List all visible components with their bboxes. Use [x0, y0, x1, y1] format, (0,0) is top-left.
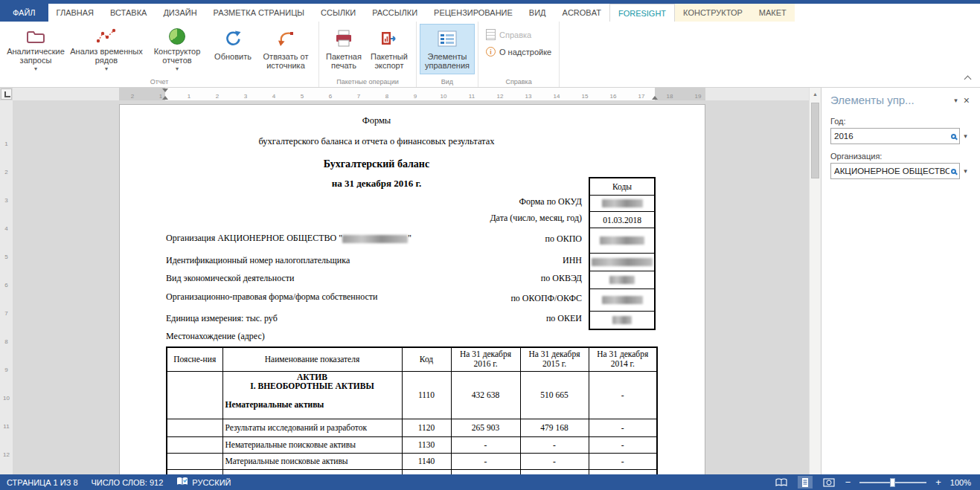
status-bar: СТРАНИЦА 1 ИЗ 8 ЧИСЛО СЛОВ: 912 РУССКИЙ …	[0, 474, 980, 490]
redacted-value	[612, 316, 632, 324]
table-row: Материальные поисковые активы 1140 - - -	[167, 453, 657, 469]
code-cell: 1140	[402, 453, 451, 469]
okpo-value-cell	[590, 228, 654, 253]
group-label-batch: Пакетные операции	[319, 78, 416, 86]
value-2016-cell: 136 015	[451, 469, 520, 474]
read-mode-button[interactable]	[774, 476, 789, 489]
report-builder-button[interactable]: Конструктор отчетов ▾	[144, 24, 210, 74]
right-indent-marker[interactable]	[652, 96, 658, 100]
zoom-slider-thumb[interactable]	[890, 478, 895, 487]
time-series-button[interactable]: Анализ временных рядов ▾	[68, 24, 144, 74]
explanations-cell	[167, 371, 222, 419]
vertical-ruler: 12345678910111213	[0, 100, 13, 474]
web-layout-button[interactable]	[822, 476, 836, 489]
document-page[interactable]: Формы бухгалтерского баланса и отчета о …	[119, 104, 705, 474]
okei-label: по ОКЕИ	[344, 313, 582, 324]
chevron-down-icon[interactable]: ▾	[960, 167, 971, 175]
organization-combobox[interactable]: АКЦИОНЕРНОЕ ОБЩЕСТВО ▾	[830, 163, 971, 179]
tab-foresight[interactable]: FORESIGHT	[609, 4, 675, 22]
document-workspace: 2112345678910111213141516171819 12345678…	[0, 88, 980, 474]
year-input[interactable]: 2016	[830, 128, 960, 144]
h-ruler-numbers: 2112345678910111213141516171819	[118, 88, 712, 100]
first-line-indent-marker[interactable]	[162, 88, 168, 92]
search-icon	[951, 134, 956, 139]
organization-input[interactable]: АКЦИОНЕРНОЕ ОБЩЕСТВО	[830, 163, 960, 179]
tab-mailings[interactable]: РАССЫЛКИ	[364, 4, 426, 22]
inn-value-cell	[590, 253, 654, 271]
value-2015-cell: 135 800	[520, 469, 589, 474]
report-builder-icon	[169, 28, 185, 45]
ribbon: Аналитические запросы ▾ Анализ временных…	[0, 22, 980, 88]
indicator-cell: Основные средства	[222, 469, 402, 474]
value-2015-cell: 510 665	[520, 371, 589, 419]
tab-insert[interactable]: ВСТАВКА	[102, 4, 155, 22]
scrollbar-thumb[interactable]	[811, 103, 819, 178]
pane-menu-arrow-icon[interactable]: ▾	[949, 97, 962, 104]
time-series-icon	[97, 28, 116, 45]
okei-value-cell	[590, 311, 654, 329]
balance-table: Поясне-ния Наименование показателя Код Н…	[166, 346, 658, 474]
okopf-value-cell	[590, 288, 654, 311]
okud-label: Форма по ОКУД	[344, 196, 582, 207]
about-button[interactable]: i О надстройке	[481, 44, 556, 59]
zoom-in-button[interactable]: +	[935, 477, 941, 487]
word-count[interactable]: ЧИСЛО СЛОВ: 912	[85, 478, 170, 487]
unlink-source-button[interactable]: Отвязать от источника	[256, 24, 316, 74]
collapse-ribbon-button[interactable]	[961, 72, 974, 83]
language-indicator[interactable]: РУССКИЙ	[170, 477, 237, 488]
tab-references[interactable]: ССЫЛКИ	[313, 4, 364, 22]
tab-design[interactable]: ДИЗАЙН	[155, 4, 205, 22]
page-indicator[interactable]: СТРАНИЦА 1 ИЗ 8	[0, 478, 85, 487]
date-label: Дата (число, месяц, год)	[344, 213, 582, 224]
year-combobox[interactable]: 2016 ▾	[830, 128, 971, 144]
doc-heading-2: бухгалтерского баланса и отчета о финанс…	[120, 136, 633, 147]
header-2014: На 31 декабря 2014 г.	[589, 347, 657, 371]
help-button[interactable]: Справка	[481, 27, 556, 42]
header-2016: На 31 декабря 2016 г.	[451, 347, 520, 371]
scroll-up-icon[interactable]: ▲	[810, 88, 821, 100]
tab-page-layout[interactable]: РАЗМЕТКА СТРАНИЦЫ	[205, 4, 313, 22]
left-indent-marker[interactable]	[162, 96, 168, 100]
dropdown-arrow-icon: ▾	[34, 65, 37, 74]
redacted-value	[592, 258, 653, 266]
batch-export-button[interactable]: Пакетный экспорт	[365, 24, 413, 74]
tab-stop-selector[interactable]	[1, 88, 12, 100]
tab-view[interactable]: ВИД	[521, 4, 554, 22]
value-2014-cell: -	[589, 371, 657, 419]
v-ruler-numbers: 12345678910111213	[0, 130, 13, 474]
pane-close-icon[interactable]: ×	[962, 94, 971, 106]
vertical-scrollbar[interactable]: ▲	[809, 88, 821, 474]
unlink-source-icon	[277, 28, 295, 50]
year-field: Год: 2016 ▾	[830, 117, 971, 144]
activity-line: Вид экономической деятельности	[166, 273, 294, 284]
okved-label: по ОКВЭД	[344, 273, 582, 284]
redacted-value	[602, 296, 643, 304]
controls-button[interactable]: Элементы управления	[420, 24, 475, 74]
tab-table-design[interactable]: КОНСТРУКТОР	[675, 4, 751, 22]
proofing-book-icon	[176, 477, 188, 488]
zoom-out-button[interactable]: −	[845, 477, 851, 487]
batch-export-icon	[380, 28, 398, 50]
value-2015-cell: 479 168	[520, 419, 589, 436]
chevron-down-icon[interactable]: ▾	[960, 132, 971, 140]
zoom-level[interactable]: 100%	[950, 478, 971, 487]
tab-file[interactable]: ФАЙЛ	[0, 4, 48, 22]
refresh-button[interactable]: Обновить	[210, 24, 256, 74]
tab-table-layout[interactable]: МАКЕТ	[751, 4, 795, 22]
ribbon-tab-bar: ФАЙЛ ГЛАВНАЯ ВСТАВКА ДИЗАЙН РАЗМЕТКА СТР…	[0, 4, 980, 22]
tab-home[interactable]: ГЛАВНАЯ	[48, 4, 102, 22]
table-row: Основные средства 1150 136 015 135 800 -	[167, 469, 657, 474]
batch-print-button[interactable]: Пакетная печать	[322, 24, 365, 74]
dropdown-arrow-icon: ▾	[176, 65, 179, 74]
analytic-queries-button[interactable]: Аналитические запросы ▾	[3, 24, 68, 74]
table-row: АКТИВ I. ВНЕОБОРОТНЫЕ АКТИВЫ Нематериаль…	[167, 371, 657, 419]
header-2015: На 31 декабря 2015 г.	[520, 347, 589, 371]
legal-form-line: Организационно-правовая форма/форма собс…	[166, 291, 377, 303]
date-value-cell: 01.03.2018	[590, 211, 654, 228]
header-indicator: Наименование показателя	[222, 347, 402, 371]
tab-review[interactable]: РЕЦЕНЗИРОВАНИЕ	[426, 4, 521, 22]
doc-heading-1: Формы	[120, 115, 633, 126]
zoom-slider[interactable]	[859, 482, 926, 483]
tab-acrobat[interactable]: ACROBAT	[554, 4, 609, 22]
print-layout-button[interactable]	[798, 476, 813, 489]
